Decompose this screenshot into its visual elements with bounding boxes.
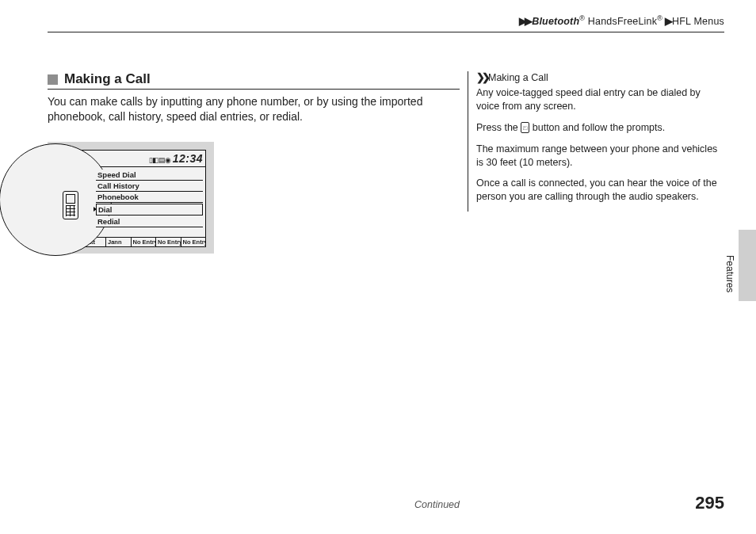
lcd-screen: Phone ▯◧▤◉12:34 Speed DialCall HistoryPh…: [55, 150, 206, 247]
lcd-softkey: No Entry: [132, 238, 157, 246]
lcd-menu-item: Call History: [96, 181, 203, 192]
lcd-menu: Speed DialCall HistoryPhonebookDialRedia…: [96, 170, 203, 227]
page-number: 295: [695, 493, 724, 513]
intro-text: You can make calls by inputting any phon…: [48, 94, 460, 124]
lcd-menu-item: Speed Dial: [96, 170, 203, 181]
sidebar-heading: ❯❯Making a Call: [476, 71, 725, 83]
topic-title: Making a Call: [64, 71, 151, 87]
sidebar-p3: The maximum range between your phone and…: [476, 143, 725, 170]
sidebar-p4: Once a call is connected, you can hear t…: [476, 177, 725, 204]
breadcrumb: ▶▶Bluetooth® HandsFreeLink®▶HFL Menus: [519, 14, 724, 27]
sidebar: ❯❯Making a Call Any voice-tagged speed d…: [468, 71, 725, 212]
breadcrumb-arrow: ▶: [665, 16, 670, 27]
sidebar-p1: Any voice-tagged speed dial entry can be…: [476, 86, 725, 113]
display-figure: Phone ▯◧▤◉12:34 Speed DialCall HistoryPh…: [48, 142, 214, 254]
talk-button-icon: ⏍: [521, 122, 529, 133]
continued-label: Continued: [0, 499, 460, 510]
breadcrumb-menus: HFL Menus: [672, 16, 724, 27]
sidebar-p2: Press the ⏍ button and follow the prompt…: [476, 121, 725, 135]
sidebar-heading-text: Making a Call: [488, 72, 548, 83]
main-content: Making a Call You can make calls by inpu…: [48, 71, 460, 254]
breadcrumb-arrows: ▶▶: [519, 16, 530, 27]
lcd-softkey: No Entry: [181, 238, 206, 246]
lcd-time: 12:34: [173, 152, 203, 165]
breadcrumb-bluetooth: Bluetooth: [532, 16, 579, 27]
lcd-menu-item: Redial: [96, 216, 203, 227]
phone-icon: [63, 191, 78, 219]
sidebar-arrows-icon: ❯❯: [476, 72, 487, 83]
section-tab: [739, 230, 756, 301]
lcd-menu-item: Dial: [96, 204, 203, 216]
lcd-softkey: Jann: [106, 238, 132, 246]
signal-icon: ▯◧▤◉: [149, 156, 170, 164]
square-bullet-icon: [48, 74, 58, 85]
breadcrumb-hfl: HandsFreeLink: [585, 16, 657, 27]
breadcrumb-r2: ®: [657, 14, 662, 22]
header-rule: [48, 32, 724, 32]
lcd-body: Speed DialCall HistoryPhonebookDialRedia…: [56, 167, 205, 237]
lcd-menu-item: Phonebook: [96, 192, 203, 203]
topic-heading: Making a Call: [48, 71, 460, 90]
arc-decoration: [0, 143, 112, 256]
lcd-softkey: No Entry: [156, 238, 181, 246]
section-tab-label: Features: [724, 255, 735, 292]
